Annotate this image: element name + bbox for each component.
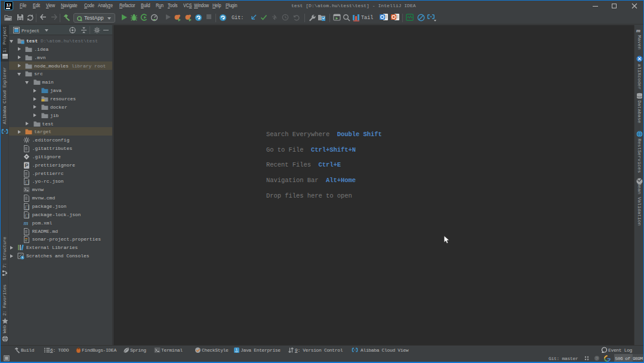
svg-text:{}: {} <box>24 205 29 210</box>
svg-text:{}: {} <box>24 213 29 218</box>
svg-text:P: P <box>24 162 28 168</box>
svg-text:m: m <box>23 220 28 226</box>
svg-text:?: ? <box>596 356 598 361</box>
svg-text:{}: {} <box>24 180 29 184</box>
